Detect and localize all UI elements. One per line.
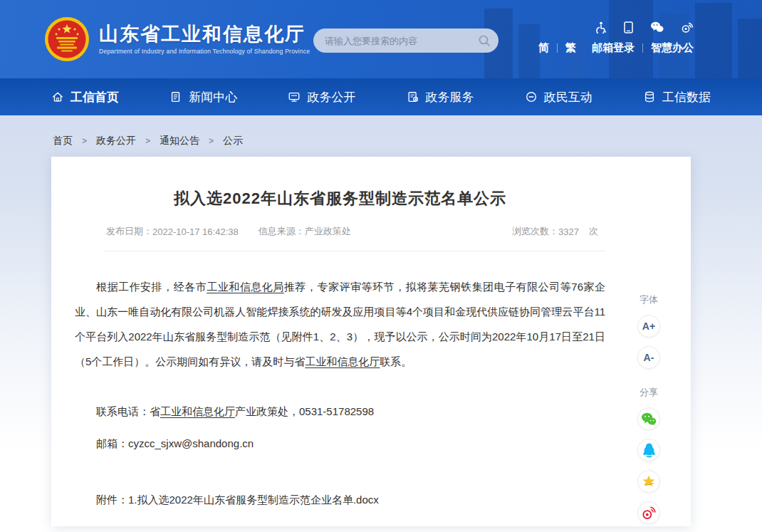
contact-line: 联系电话：省工业和信息化厅产业政策处，0531-51782598 — [75, 405, 605, 419]
mail-login-link[interactable]: 邮箱登录 — [592, 41, 635, 55]
email-line: 邮箱：cyzcc_sjxw@shandong.cn — [75, 437, 605, 451]
body-text: 联系。 — [380, 355, 412, 367]
breadcrumb-current: 公示 — [223, 135, 243, 147]
nav-label: 新闻中心 — [189, 89, 237, 105]
search-input[interactable] — [313, 28, 499, 53]
search-box — [313, 28, 499, 53]
body-text: 推荐，专家评审等环节，拟将莱芜钢铁集团电子有限公司等76家企业、山东一唯自动化有… — [75, 281, 605, 367]
contact-text: 联系电话：省 — [96, 405, 160, 417]
article-meta: 发布日期： 2022-10-17 16:42:38 信息来源： 产业政策处 浏览… — [106, 225, 598, 238]
news-icon — [169, 90, 182, 103]
wechat-share-icon — [641, 412, 657, 426]
service-icon — [407, 90, 419, 103]
breadcrumb-gov-open[interactable]: 政务公开 — [96, 135, 136, 147]
nav-label: 工信数据 — [662, 89, 711, 105]
font-decrease-button[interactable]: A- — [637, 346, 660, 369]
qq-share-button[interactable] — [637, 439, 660, 461]
utility-icon-row — [538, 21, 694, 33]
source-value: 产业政策处 — [305, 225, 351, 238]
attachment-label: 附件： — [96, 494, 128, 506]
publish-date-label: 发布日期： — [106, 225, 152, 238]
national-emblem-logo — [44, 16, 90, 62]
nav-item-news[interactable]: 新闻中心 — [169, 89, 237, 105]
utility-link-row: 简 繁 邮箱登录 智慧办公 — [538, 41, 694, 55]
nav-label: 政务服务 — [426, 89, 474, 105]
wechat-share-button[interactable] — [637, 407, 660, 430]
main-nav: 工信首页 新闻中心 政务公开 政务服务 — [0, 78, 762, 115]
nav-item-gov-open[interactable]: 政务公开 — [288, 89, 355, 105]
mobile-icon[interactable] — [624, 21, 633, 33]
contact-text: 产业政策处，0531-51782598 — [235, 405, 374, 417]
nav-item-data[interactable]: 工信数据 — [643, 89, 711, 105]
nav-label: 政务公开 — [307, 89, 355, 105]
qzone-share-icon — [641, 474, 657, 489]
dept-bureau-link[interactable]: 工业和信息化局 — [207, 281, 284, 293]
site-title-english: Department of Industry and Information T… — [99, 48, 310, 55]
font-size-label: 字体 — [632, 293, 665, 306]
nav-label: 政民互动 — [544, 89, 593, 105]
divider — [557, 43, 558, 53]
nav-label: 工信首页 — [71, 89, 119, 105]
breadcrumb-separator: > — [82, 136, 87, 146]
site-title: 山东省工业和信息化厅 — [99, 24, 310, 45]
breadcrumb: 首页 > 政务公开 > 通知公告 > 公示 — [0, 115, 762, 147]
interact-icon — [525, 90, 538, 103]
smart-office-link[interactable]: 智慧办公 — [651, 41, 694, 55]
site-header: 山东省工业和信息化厅 Department of Industry and In… — [0, 0, 762, 78]
views-label: 浏览次数： — [512, 225, 558, 238]
breadcrumb-notices[interactable]: 通知公告 — [160, 135, 199, 147]
publish-date-value: 2022-10-17 16:42:38 — [152, 226, 239, 237]
home-icon — [51, 90, 64, 103]
views-count: 3327 — [558, 226, 579, 237]
search-icon[interactable] — [478, 34, 491, 47]
source-label: 信息来源： — [259, 225, 305, 238]
breadcrumb-home[interactable]: 首页 — [53, 135, 73, 147]
weibo-share-button[interactable] — [637, 501, 660, 524]
qzone-share-button[interactable] — [637, 470, 660, 493]
body-paragraph: 根据工作安排，经各市工业和信息化局推荐，专家评审等环节，拟将莱芜钢铁集团电子有限… — [75, 274, 605, 374]
article: 拟入选2022年山东省服务型制造示范名单公示 发布日期： 2022-10-17 … — [75, 157, 605, 507]
nav-item-home[interactable]: 工信首页 — [51, 89, 119, 105]
qq-share-icon — [642, 443, 656, 458]
font-increase-button[interactable]: A+ — [637, 315, 660, 338]
simplified-chinese-link[interactable]: 简 — [538, 41, 549, 55]
article-tools: 字体 A+ A- 分享 — [632, 293, 665, 524]
traditional-chinese-link[interactable]: 繁 — [565, 41, 576, 55]
brand-text: 山东省工业和信息化厅 Department of Industry and In… — [99, 24, 310, 55]
weibo-share-icon — [641, 506, 657, 520]
dept-office-link[interactable]: 工业和信息化厅 — [160, 405, 235, 417]
weibo-icon[interactable] — [681, 21, 694, 33]
header-utility: 简 繁 邮箱登录 智慧办公 — [538, 21, 694, 55]
title-divider — [105, 251, 605, 251]
dept-office-link[interactable]: 工业和信息化厅 — [305, 355, 380, 367]
site-brand: 山东省工业和信息化厅 Department of Industry and In… — [44, 16, 310, 62]
wechat-icon[interactable] — [650, 21, 664, 33]
attachment-line: 附件：1.拟入选2022年山东省服务型制造示范企业名单.docx — [75, 494, 605, 507]
article-card: 拟入选2022年山东省服务型制造示范名单公示 发布日期： 2022-10-17 … — [51, 157, 691, 526]
accessibility-icon[interactable] — [595, 21, 607, 33]
views-unit: 次 — [589, 225, 598, 238]
breadcrumb-separator: > — [209, 136, 214, 146]
divider — [642, 43, 643, 53]
page-title: 拟入选2022年山东省服务型制造示范名单公示 — [75, 188, 605, 209]
attachment-docx-link[interactable]: 1.拟入选2022年山东省服务型制造示范企业名单.docx — [128, 494, 379, 506]
database-icon — [643, 90, 656, 103]
share-label: 分享 — [632, 386, 665, 399]
nav-item-interaction[interactable]: 政民互动 — [525, 89, 593, 105]
monitor-icon — [288, 90, 301, 103]
nav-item-gov-service[interactable]: 政务服务 — [407, 89, 474, 105]
breadcrumb-separator: > — [145, 136, 150, 146]
body-text: 根据工作安排，经各市 — [96, 281, 207, 293]
